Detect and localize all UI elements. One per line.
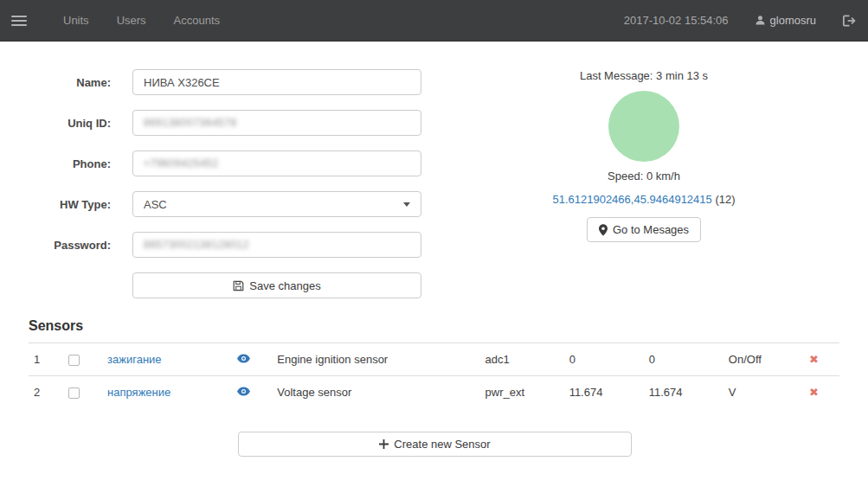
sensor-units: V bbox=[723, 376, 804, 409]
delete-sensor-icon[interactable]: ✖ bbox=[809, 386, 819, 399]
unit-status-panel: Last Message: 3 min 13 s Speed: 0 km/h 5… bbox=[514, 69, 774, 242]
map-marker-icon bbox=[599, 224, 608, 236]
nav-item-accounts[interactable]: Accounts bbox=[160, 0, 234, 42]
sensor-value-2: 11.674 bbox=[644, 376, 723, 409]
name-label: Name: bbox=[0, 76, 111, 89]
sensors-section: Sensors 1 зажигание Engine ignition sens… bbox=[0, 318, 868, 409]
chevron-down-icon bbox=[403, 202, 410, 207]
visibility-eye-icon[interactable] bbox=[237, 387, 250, 396]
username: glomosru bbox=[770, 14, 816, 27]
delete-sensor-icon[interactable]: ✖ bbox=[809, 353, 819, 366]
sensor-description: Voltage sensor bbox=[272, 376, 479, 409]
nav-item-units[interactable]: Units bbox=[49, 0, 103, 42]
create-new-sensor-button[interactable]: Create new Sensor bbox=[238, 432, 632, 457]
coordinates-link[interactable]: 51.6121902466,45.9464912415 bbox=[552, 193, 711, 206]
go-to-messages-label: Go to Mesages bbox=[613, 223, 689, 236]
sensor-row: 2 напряжение Voltage sensor pwr_ext 11.6… bbox=[29, 376, 839, 409]
sensor-index: 1 bbox=[29, 343, 63, 376]
user-icon bbox=[755, 15, 766, 26]
password-masked-value: 86573002138128012 bbox=[144, 239, 249, 251]
sensors-table: 1 зажигание Engine ignition sensor adc1 … bbox=[29, 343, 839, 409]
create-new-sensor-label: Create new Sensor bbox=[394, 438, 490, 451]
name-input[interactable] bbox=[132, 69, 421, 95]
sign-out-icon bbox=[842, 15, 856, 27]
navbar-right: 2017-10-02 15:54:06 glomosru bbox=[624, 14, 856, 27]
nav-item-users[interactable]: Users bbox=[103, 0, 160, 42]
save-icon bbox=[233, 280, 244, 291]
sensor-param: pwr_ext bbox=[480, 376, 564, 409]
password-input[interactable]: 86573002138128012 bbox=[132, 232, 421, 258]
sensor-checkbox[interactable] bbox=[68, 355, 80, 366]
sensor-value: 0 bbox=[564, 343, 644, 376]
sensor-param: adc1 bbox=[480, 343, 564, 376]
last-message-text: Last Message: 3 min 13 s bbox=[514, 69, 774, 82]
sensor-description: Engine ignition sensor bbox=[272, 343, 479, 376]
visibility-eye-icon[interactable] bbox=[237, 354, 250, 363]
go-to-messages-button[interactable]: Go to Mesages bbox=[587, 217, 701, 242]
coordinates-row: 51.6121902466,45.9464912415 (12) bbox=[514, 193, 774, 206]
phone-masked-value: +79609425452 bbox=[144, 157, 218, 170]
hw-type-select[interactable]: ASC bbox=[132, 191, 421, 217]
phone-input[interactable]: +79609425452 bbox=[132, 150, 421, 176]
hw-type-label: HW Type: bbox=[0, 198, 111, 211]
menu-icon[interactable] bbox=[11, 13, 27, 29]
save-changes-button[interactable]: Save changes bbox=[132, 272, 421, 298]
user-menu[interactable]: glomosru bbox=[755, 14, 816, 27]
current-datetime: 2017-10-02 15:54:06 bbox=[624, 14, 729, 27]
phone-label: Phone: bbox=[0, 157, 111, 170]
uniq-id-label: Uniq ID: bbox=[0, 117, 111, 130]
main-nav: Units Users Accounts bbox=[49, 0, 234, 42]
sensors-title: Sensors bbox=[29, 318, 839, 334]
uniq-id-input[interactable]: 869138007364578 bbox=[132, 110, 421, 136]
top-navbar: Units Users Accounts 2017-10-02 15:54:06… bbox=[0, 0, 868, 42]
plus-icon bbox=[379, 439, 389, 449]
sensor-row: 1 зажигание Engine ignition sensor adc1 … bbox=[29, 343, 839, 376]
status-indicator-circle bbox=[608, 91, 679, 162]
save-changes-label: Save changes bbox=[249, 279, 320, 292]
sensor-name-link[interactable]: зажигание bbox=[107, 353, 162, 366]
sensor-units: On/Off bbox=[723, 343, 804, 376]
sensor-name-link[interactable]: напряжение bbox=[107, 386, 170, 399]
sensor-checkbox[interactable] bbox=[68, 387, 80, 399]
messages-count: (12) bbox=[715, 193, 735, 206]
speed-text: Speed: 0 km/h bbox=[514, 170, 774, 182]
password-label: Password: bbox=[0, 239, 111, 252]
sensor-value: 11.674 bbox=[564, 376, 644, 409]
uniq-id-masked-value: 869138007364578 bbox=[144, 117, 237, 129]
logout-button[interactable] bbox=[842, 15, 856, 27]
hw-type-selected-value: ASC bbox=[144, 198, 167, 211]
sensor-index: 2 bbox=[29, 376, 63, 409]
sensor-value-2: 0 bbox=[644, 343, 723, 376]
unit-edit-form: Name: Uniq ID: 869138007364578 Phone: +7… bbox=[0, 69, 433, 298]
